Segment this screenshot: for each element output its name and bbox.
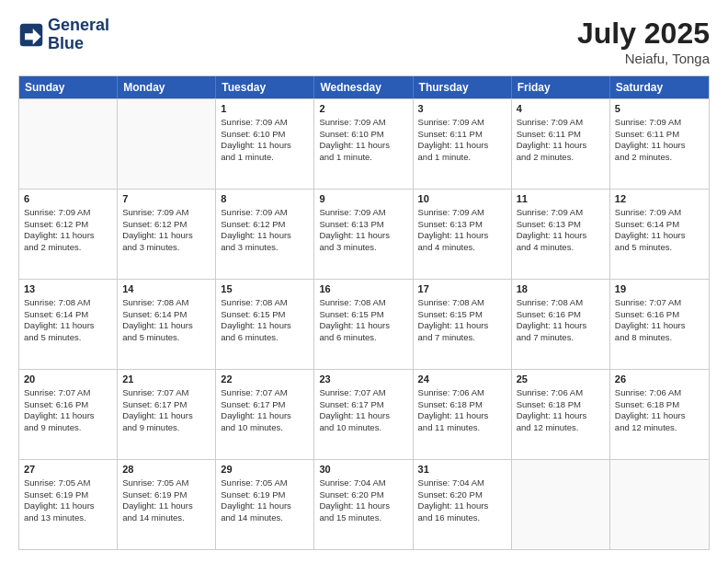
sunset-text: Sunset: 6:18 PM <box>615 399 704 411</box>
sunrise-text: Sunrise: 7:08 AM <box>24 297 112 309</box>
daylight-text: Daylight: 11 hours <box>122 230 210 242</box>
header-day-monday: Monday <box>118 76 216 98</box>
day-number: 14 <box>122 282 210 296</box>
sunset-text: Sunset: 6:17 PM <box>122 399 210 411</box>
sunrise-text: Sunrise: 7:09 AM <box>517 207 605 219</box>
sunset-text: Sunset: 6:16 PM <box>615 309 704 321</box>
daylight-text: Daylight: 11 hours <box>24 230 112 242</box>
daylight-minutes-text: and 4 minutes. <box>517 242 605 254</box>
header: General Blue July 2025 Neiafu, Tonga <box>18 17 710 66</box>
daylight-text: Daylight: 11 hours <box>418 500 506 512</box>
day-number: 7 <box>122 192 210 206</box>
day-cell-30: 30Sunrise: 7:04 AMSunset: 6:20 PMDayligh… <box>314 460 413 549</box>
day-cell-23: 23Sunrise: 7:07 AMSunset: 6:17 PMDayligh… <box>314 370 413 459</box>
daylight-text: Daylight: 11 hours <box>319 140 407 152</box>
sunrise-text: Sunrise: 7:06 AM <box>615 387 704 399</box>
day-cell-10: 10Sunrise: 7:09 AMSunset: 6:13 PMDayligh… <box>414 190 512 279</box>
daylight-text: Daylight: 11 hours <box>517 140 605 152</box>
day-cell-3: 3Sunrise: 7:09 AMSunset: 6:11 PMDaylight… <box>414 99 512 189</box>
daylight-text: Daylight: 11 hours <box>122 410 210 422</box>
daylight-text: Daylight: 11 hours <box>221 140 309 152</box>
daylight-text: Daylight: 11 hours <box>319 500 407 512</box>
day-cell-2: 2Sunrise: 7:09 AMSunset: 6:10 PMDaylight… <box>314 99 413 189</box>
day-number: 21 <box>122 373 210 386</box>
sunset-text: Sunset: 6:15 PM <box>221 309 309 321</box>
daylight-minutes-text: and 7 minutes. <box>517 332 605 344</box>
daylight-text: Daylight: 11 hours <box>418 230 506 242</box>
day-number: 15 <box>221 282 309 296</box>
day-number: 1 <box>221 102 309 116</box>
day-cell-6: 6Sunrise: 7:09 AMSunset: 6:12 PMDaylight… <box>19 190 118 279</box>
day-number: 10 <box>418 192 506 206</box>
daylight-minutes-text: and 16 minutes. <box>418 512 506 524</box>
day-cell-28: 28Sunrise: 7:05 AMSunset: 6:19 PMDayligh… <box>118 460 216 549</box>
daylight-minutes-text: and 2 minutes. <box>24 242 112 254</box>
day-cell-25: 25Sunrise: 7:06 AMSunset: 6:18 PMDayligh… <box>512 370 610 459</box>
sunset-text: Sunset: 6:16 PM <box>517 309 605 321</box>
day-cell-12: 12Sunrise: 7:09 AMSunset: 6:14 PMDayligh… <box>610 190 709 279</box>
day-cell-31: 31Sunrise: 7:04 AMSunset: 6:20 PMDayligh… <box>414 460 512 549</box>
day-number: 5 <box>615 102 704 116</box>
page: General Blue July 2025 Neiafu, Tonga Sun… <box>0 0 728 563</box>
sunset-text: Sunset: 6:14 PM <box>24 309 112 321</box>
sunset-text: Sunset: 6:11 PM <box>615 129 704 141</box>
daylight-text: Daylight: 11 hours <box>615 320 704 332</box>
daylight-minutes-text: and 1 minute. <box>319 152 407 164</box>
sunrise-text: Sunrise: 7:09 AM <box>418 207 506 219</box>
calendar: SundayMondayTuesdayWednesdayThursdayFrid… <box>18 75 710 550</box>
empty-cell <box>19 99 118 189</box>
daylight-text: Daylight: 11 hours <box>221 230 309 242</box>
header-day-wednesday: Wednesday <box>314 76 413 98</box>
header-day-sunday: Sunday <box>19 76 118 98</box>
week-row-4: 20Sunrise: 7:07 AMSunset: 6:16 PMDayligh… <box>19 369 709 459</box>
day-number: 2 <box>319 102 407 116</box>
day-cell-9: 9Sunrise: 7:09 AMSunset: 6:13 PMDaylight… <box>314 190 413 279</box>
sunrise-text: Sunrise: 7:09 AM <box>24 207 112 219</box>
daylight-minutes-text: and 10 minutes. <box>221 422 309 434</box>
day-number: 25 <box>517 373 605 386</box>
daylight-text: Daylight: 11 hours <box>24 410 112 422</box>
daylight-text: Daylight: 11 hours <box>615 140 704 152</box>
daylight-minutes-text: and 6 minutes. <box>319 332 407 344</box>
sunset-text: Sunset: 6:20 PM <box>418 489 506 501</box>
sunset-text: Sunset: 6:19 PM <box>221 489 309 501</box>
sunset-text: Sunset: 6:14 PM <box>122 309 210 321</box>
sunrise-text: Sunrise: 7:09 AM <box>615 207 704 219</box>
day-number: 18 <box>517 282 605 296</box>
daylight-text: Daylight: 11 hours <box>517 320 605 332</box>
sunset-text: Sunset: 6:11 PM <box>418 129 506 141</box>
daylight-minutes-text: and 9 minutes. <box>24 422 112 434</box>
daylight-text: Daylight: 11 hours <box>122 500 210 512</box>
empty-cell <box>118 99 216 189</box>
main-title: July 2025 <box>577 17 710 51</box>
day-cell-19: 19Sunrise: 7:07 AMSunset: 6:16 PMDayligh… <box>610 280 709 369</box>
sunset-text: Sunset: 6:15 PM <box>418 309 506 321</box>
sunrise-text: Sunrise: 7:08 AM <box>122 297 210 309</box>
day-number: 19 <box>615 282 704 296</box>
sunrise-text: Sunrise: 7:08 AM <box>517 297 605 309</box>
week-row-5: 27Sunrise: 7:05 AMSunset: 6:19 PMDayligh… <box>19 459 709 549</box>
day-number: 23 <box>319 373 407 386</box>
header-day-tuesday: Tuesday <box>216 76 314 98</box>
daylight-minutes-text: and 12 minutes. <box>615 422 704 434</box>
sunset-text: Sunset: 6:14 PM <box>615 219 704 231</box>
sunrise-text: Sunrise: 7:07 AM <box>122 387 210 399</box>
daylight-text: Daylight: 11 hours <box>418 320 506 332</box>
sunset-text: Sunset: 6:12 PM <box>24 219 112 231</box>
daylight-minutes-text: and 4 minutes. <box>418 242 506 254</box>
day-number: 16 <box>319 282 407 296</box>
daylight-minutes-text: and 1 minute. <box>418 152 506 164</box>
day-number: 6 <box>24 192 112 206</box>
day-number: 22 <box>221 373 309 386</box>
sunset-text: Sunset: 6:13 PM <box>319 219 407 231</box>
calendar-header: SundayMondayTuesdayWednesdayThursdayFrid… <box>19 76 709 98</box>
day-number: 9 <box>319 192 407 206</box>
daylight-text: Daylight: 11 hours <box>418 410 506 422</box>
day-cell-17: 17Sunrise: 7:08 AMSunset: 6:15 PMDayligh… <box>414 280 512 369</box>
daylight-minutes-text: and 14 minutes. <box>221 512 309 524</box>
header-day-thursday: Thursday <box>414 76 512 98</box>
sunset-text: Sunset: 6:12 PM <box>221 219 309 231</box>
daylight-text: Daylight: 11 hours <box>615 230 704 242</box>
day-number: 3 <box>418 102 506 116</box>
day-number: 13 <box>24 282 112 296</box>
